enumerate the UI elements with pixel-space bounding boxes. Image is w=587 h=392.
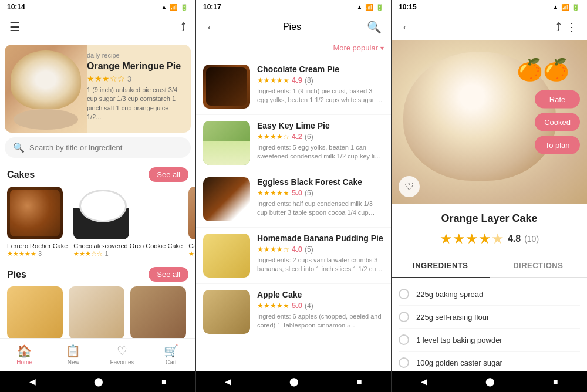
time-2: 10:17	[203, 3, 221, 11]
home-btn-1[interactable]: ⬤	[89, 372, 108, 391]
ingredient-text-1: 225g baking spread	[416, 290, 483, 299]
ingredient-text-3: 1 level tsp baking powder	[416, 336, 502, 344]
recipe-item-choc-cream[interactable]: Chocolate Cream Pie ★★★★★ 4.9 (8) Ingred…	[196, 59, 391, 115]
search-bar[interactable]: 🔍	[5, 137, 191, 158]
banana-pud-rating: ★★★★☆ 4.0 (5)	[257, 245, 384, 254]
choc-cream-rating: ★★★★★ 4.9 (8)	[257, 76, 384, 85]
to-plan-button[interactable]: To plan	[535, 136, 580, 154]
key-lime-rating: ★★★★☆ 4.2 (6)	[257, 132, 384, 141]
ingredient-check-2[interactable]	[399, 312, 409, 322]
back-icon-2[interactable]: ←	[203, 18, 220, 36]
back-icon-3[interactable]: ←	[399, 18, 415, 36]
wifi-icon-2: ▲	[356, 4, 363, 11]
phone-panel-1: 10:14 ▲ 📶 🔋 ☰ ⤴ daily recipe Orange Meri…	[0, 0, 195, 392]
ingredients-list: 225g baking spread 225g self-raising flo…	[392, 278, 587, 371]
search-input[interactable]	[29, 143, 183, 152]
sort-bar[interactable]: More popular ▾	[196, 40, 391, 56]
key-lime-count: (6)	[305, 133, 313, 141]
ingredient-3[interactable]: 1 level tsp baking powder	[399, 329, 580, 352]
search-icon-2[interactable]: 🔍	[365, 18, 384, 36]
ingredient-check-3[interactable]	[399, 334, 409, 345]
cake-card-carib[interactable]: Carib ★★☆☆☆	[188, 187, 195, 258]
banana-pud-title: Homemade Banana Pudding Pie	[257, 234, 384, 243]
cart-label: Cart	[166, 359, 177, 366]
banana-pud-info: Homemade Banana Pudding Pie ★★★★☆ 4.0 (5…	[257, 234, 384, 278]
nav-bar-2: ← Pies 🔍	[196, 14, 391, 40]
status-bar-3: 10:15 ▲ 📶 🔋	[392, 0, 587, 14]
recipe-item-key-lime[interactable]: Easy Key Lime Pie ★★★★☆ 4.2 (6) Ingredie…	[196, 115, 391, 171]
battery-icon: 🔋	[180, 4, 188, 11]
recipe-item-banana-pud[interactable]: Homemade Banana Pudding Pie ★★★★☆ 4.0 (5…	[196, 228, 391, 284]
recent-btn-3[interactable]: ■	[548, 372, 562, 391]
favorites-label: Favorites	[110, 359, 134, 366]
back-btn-2[interactable]: ◀	[220, 372, 236, 391]
ingredient-4[interactable]: 100g golden caster sugar	[399, 352, 580, 371]
choc-cream-desc: Ingredients: 1 (9 inch) pie crust, baked…	[257, 87, 384, 105]
recent-btn-1[interactable]: ■	[157, 372, 171, 391]
home-icon: 🏠	[17, 344, 32, 358]
share-icon[interactable]: ⤴	[178, 18, 188, 36]
time-3: 10:15	[399, 3, 417, 11]
nav-home[interactable]: 🏠 Home	[0, 344, 49, 366]
key-lime-title: Easy Key Lime Pie	[257, 121, 384, 130]
rate-button[interactable]: Rate	[535, 90, 580, 109]
signal-icon-3: 📶	[561, 4, 569, 11]
choc-cream-info: Chocolate Cream Pie ★★★★★ 4.9 (8) Ingred…	[257, 65, 384, 109]
pie-card-2[interactable]	[69, 286, 124, 338]
detail-recipe-title: Orange Layer Cake	[392, 204, 587, 228]
apple-cake-score: 5.0	[292, 301, 302, 310]
choc-cream-count: (8)	[305, 76, 313, 85]
pie-card-3[interactable]	[130, 286, 186, 338]
ingredient-1[interactable]: 225g baking spread	[399, 283, 580, 306]
cooked-button[interactable]: Cooked	[535, 113, 580, 131]
more-icon-3[interactable]: ⋮	[564, 18, 580, 36]
panel1-content: daily recipe Orange Meringue Pie ★★★☆☆ 3…	[0, 40, 195, 338]
pies-see-all[interactable]: See all	[149, 267, 188, 282]
key-lime-score: 4.2	[292, 132, 302, 141]
home-btn-3[interactable]: ⬤	[481, 372, 500, 391]
tab-directions[interactable]: DIRECTIONS	[490, 254, 588, 277]
black-forest-info: Eggless Black Forest Cake ★★★★★ 5.0 (5) …	[257, 177, 384, 221]
ingredient-check-1[interactable]	[399, 289, 409, 299]
home-btn-2[interactable]: ⬤	[285, 372, 303, 391]
tab-ingredients[interactable]: INGREDIENTS	[392, 254, 490, 278]
ingredient-check-4[interactable]	[399, 357, 409, 368]
android-nav-1: ◀ ⬤ ■	[0, 371, 195, 392]
apple-cake-info: Apple Cake ★★★★★ 5.0 (4) Ingredients: 6 …	[257, 290, 384, 334]
status-icons-1: ▲ 📶 🔋	[161, 4, 188, 11]
nav-favorites[interactable]: ♡ Favorites	[98, 344, 147, 366]
pie-card-1[interactable]	[7, 286, 63, 338]
apple-cake-count: (4)	[305, 302, 313, 310]
cakes-section-header: Cakes See all	[0, 165, 195, 187]
favorite-button[interactable]: ♡	[399, 176, 420, 197]
back-btn-3[interactable]: ◀	[416, 372, 432, 391]
recipe-item-black-forest[interactable]: Eggless Black Forest Cake ★★★★★ 5.0 (5) …	[196, 171, 391, 228]
ingredient-2[interactable]: 225g self-raising flour	[399, 306, 580, 329]
oreo-name: Chocolate-covered Oreo Cookie Cake	[73, 242, 183, 250]
back-btn-1[interactable]: ◀	[25, 372, 41, 391]
wifi-icon: ▲	[161, 4, 167, 11]
sort-arrow-icon: ▾	[380, 44, 384, 52]
cakes-see-all[interactable]: See all	[149, 167, 188, 182]
hero-card[interactable]: daily recipe Orange Meringue Pie ★★★☆☆ 3…	[5, 45, 191, 133]
cakes-title: Cakes	[7, 170, 35, 180]
battery-icon-3: 🔋	[572, 4, 580, 11]
cake-card-ferrero[interactable]: Ferrero Rocher Cake ★★★★★ 3	[7, 187, 68, 258]
menu-icon[interactable]: ☰	[7, 18, 22, 36]
black-forest-rating: ★★★★★ 5.0 (5)	[257, 188, 384, 197]
share-icon-3[interactable]: ⤴	[553, 18, 564, 36]
cake-card-oreo[interactable]: Chocolate-covered Oreo Cookie Cake ★★★☆☆…	[73, 187, 183, 258]
recipe-item-apple-cake[interactable]: Apple Cake ★★★★★ 5.0 (4) Ingredients: 6 …	[196, 284, 391, 340]
nav-new[interactable]: 📋 New	[49, 344, 97, 366]
carib-name: Carib	[188, 242, 195, 250]
ferrero-name: Ferrero Rocher Cake	[7, 242, 68, 250]
cakes-list: Ferrero Rocher Cake ★★★★★ 3 Chocolate-co…	[0, 187, 195, 265]
nav-cart[interactable]: 🛒 Cart	[147, 344, 195, 366]
apple-cake-rating: ★★★★★ 5.0 (4)	[257, 301, 384, 310]
favorites-icon: ♡	[117, 344, 127, 358]
pies-section-header: Pies See all	[0, 265, 195, 286]
pies-title: Pies	[7, 269, 26, 280]
recent-btn-2[interactable]: ■	[352, 372, 366, 391]
time-1: 10:14	[7, 3, 25, 11]
key-lime-stars: ★★★★☆	[257, 133, 289, 141]
